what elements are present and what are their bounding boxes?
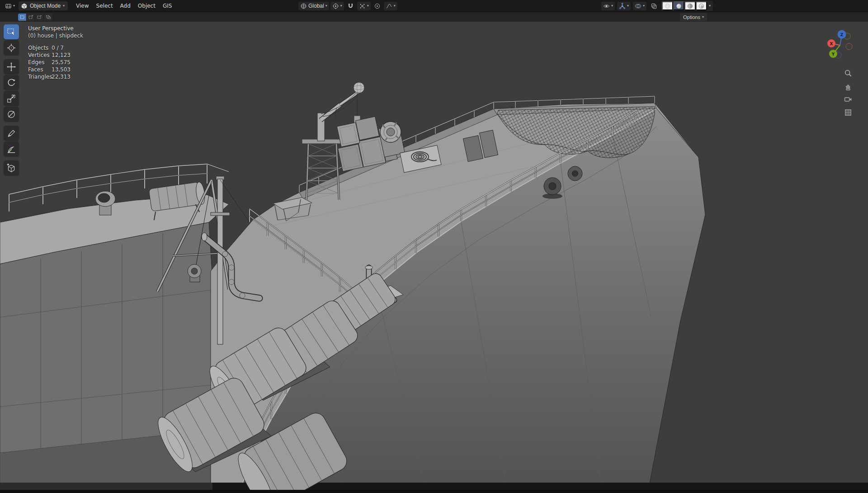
svg-text:X: X	[830, 42, 833, 46]
object-visibility-dropdown[interactable]: ▾	[601, 2, 615, 10]
stat-value: 0 / 7	[52, 44, 83, 52]
svg-text:Z: Z	[840, 33, 844, 37]
move-icon	[6, 62, 16, 72]
measure-icon	[6, 144, 16, 154]
gizmo-axis-y[interactable]: Y	[829, 50, 837, 58]
perspective-grid-icon	[844, 108, 852, 117]
navigation-gizmo[interactable]: Z X Y	[826, 25, 857, 69]
snap-toggle-button[interactable]	[345, 2, 356, 10]
select-mode-subtract-button[interactable]	[35, 14, 44, 21]
solid-sphere-icon	[675, 3, 682, 9]
shading-wireframe-button[interactable]	[662, 1, 673, 10]
menu-view[interactable]: View	[72, 1, 92, 11]
gizmo-axis-x[interactable]: X	[827, 39, 835, 47]
snap-target-icon	[359, 3, 366, 9]
bottom-edge-strip	[0, 490, 868, 493]
object-mode-cube-icon	[21, 3, 28, 9]
stat-value: 13,503	[52, 66, 83, 73]
snap-magnet-icon	[347, 3, 354, 9]
tool-move[interactable]	[4, 59, 19, 74]
rotate-icon	[6, 78, 16, 88]
stat-label: Triangles	[28, 73, 52, 80]
viewport-side-controls	[844, 69, 853, 117]
tool-scale[interactable]	[4, 91, 19, 106]
stat-value: 12,123	[52, 52, 83, 59]
view-perspective-label: User Perspective	[28, 25, 83, 32]
tool-measure[interactable]	[4, 141, 19, 156]
select-extend-icon	[28, 14, 33, 20]
zoom-button[interactable]	[844, 69, 853, 78]
object-visibility-icon	[603, 3, 610, 9]
tool-select-box[interactable]	[4, 24, 19, 39]
tool-rotate[interactable]	[4, 75, 19, 90]
select-set-icon	[19, 14, 25, 20]
select-mode-intersect-button[interactable]	[44, 14, 52, 21]
menu-select[interactable]: Select	[93, 1, 117, 11]
stat-value: 22,313	[52, 73, 83, 80]
viewport-3d-canvas[interactable]	[0, 0, 868, 493]
select-mode-extend-button[interactable]	[27, 14, 35, 21]
tool-annotate[interactable]	[4, 126, 19, 141]
shading-options-chevron[interactable]: ▾	[707, 4, 712, 8]
editor-type-button[interactable]: ▾	[3, 2, 17, 10]
shading-material-button[interactable]	[684, 1, 696, 10]
options-dropdown[interactable]: Options ▾	[680, 13, 707, 21]
pivot-point-dropdown[interactable]: ▾	[330, 2, 344, 10]
viewport-shading-group: ▾	[661, 1, 713, 11]
camera-view-button[interactable]	[844, 95, 853, 104]
tool-settings-bar: Options ▾	[0, 12, 868, 22]
gizmo-axis-z[interactable]: Z	[838, 30, 846, 39]
zoom-icon	[844, 69, 852, 77]
shading-solid-button[interactable]	[673, 1, 684, 10]
stat-label: Objects	[28, 44, 52, 52]
snap-target-dropdown[interactable]: ▾	[357, 2, 371, 10]
menu-bar: View Select Add Object GIS	[72, 1, 175, 11]
show-overlays-dropdown[interactable]: ▾	[633, 2, 646, 10]
annotate-pen-icon	[6, 128, 16, 138]
menu-add[interactable]: Add	[117, 1, 134, 11]
tool-add-cube[interactable]	[4, 160, 19, 175]
winch-light[interactable]	[188, 264, 201, 282]
proportional-editing-toggle[interactable]	[372, 2, 382, 10]
select-intersect-icon	[46, 14, 51, 20]
stat-label: Vertices	[28, 52, 52, 59]
tool-column	[4, 24, 19, 175]
menu-object[interactable]: Object	[134, 1, 159, 11]
transform-orientation-dropdown[interactable]: Global ▾	[298, 2, 329, 10]
tool-transform[interactable]	[4, 107, 19, 122]
select-mode-set-button[interactable]	[18, 14, 27, 21]
pan-button[interactable]	[844, 82, 853, 91]
shading-rendered-button[interactable]	[696, 1, 707, 10]
show-gizmos-dropdown[interactable]: ▾	[617, 2, 631, 10]
editor-3d-viewport-icon	[5, 3, 12, 9]
falloff-dropdown[interactable]: ▾	[384, 2, 397, 10]
select-subtract-icon	[37, 14, 42, 20]
select-box-icon	[6, 27, 16, 37]
tool-cursor[interactable]	[4, 40, 19, 55]
falloff-curve-icon	[386, 3, 392, 9]
camera-icon	[844, 95, 852, 103]
orientation-label: Global	[308, 3, 324, 9]
menu-gis[interactable]: GIS	[159, 1, 175, 11]
pivot-point-icon	[332, 3, 339, 9]
show-gizmos-icon	[619, 3, 626, 9]
select-mode-group	[18, 14, 52, 21]
show-overlays-icon	[635, 3, 642, 9]
proportional-editing-icon	[374, 3, 381, 9]
orthographic-toggle-button[interactable]	[844, 108, 853, 117]
cursor-3d-icon	[6, 43, 16, 53]
blender-window: ▾ Object Mode ▾ View Select Add Object G…	[0, 0, 868, 493]
stat-value: 25,575	[52, 59, 83, 66]
stat-label: Edges	[28, 59, 52, 66]
orientation-globe-icon	[300, 3, 307, 9]
toggle-xray-icon	[651, 3, 657, 9]
mode-label: Object Mode	[30, 3, 61, 9]
viewport-text-overlay: User Perspective (0) house | shipdeck Ob…	[28, 25, 83, 80]
toggle-xray-button[interactable]	[649, 2, 659, 10]
mode-dropdown[interactable]: Object Mode ▾	[19, 1, 68, 10]
header-bar: ▾ Object Mode ▾ View Select Add Object G…	[0, 0, 868, 12]
transform-icon	[6, 109, 16, 119]
gizmo-axis-neg-x[interactable]	[846, 43, 852, 50]
scale-icon	[6, 94, 16, 103]
wireframe-sphere-icon	[664, 3, 671, 9]
